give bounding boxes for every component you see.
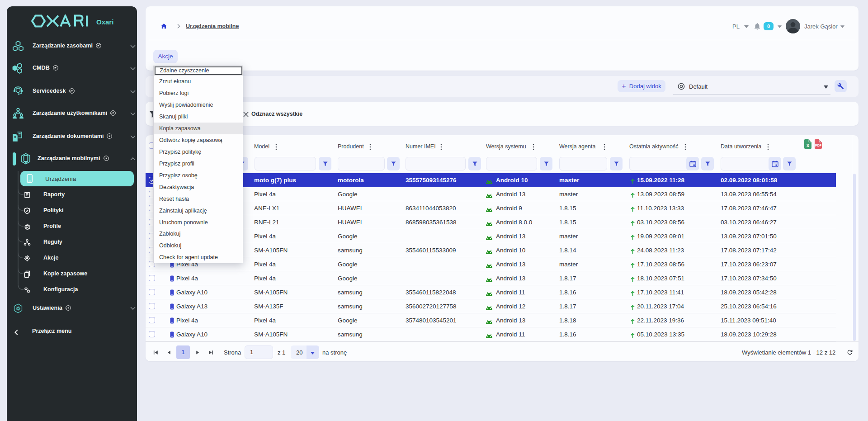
svg-text:PDF: PDF (815, 144, 822, 147)
svg-text:x: x (807, 142, 810, 148)
